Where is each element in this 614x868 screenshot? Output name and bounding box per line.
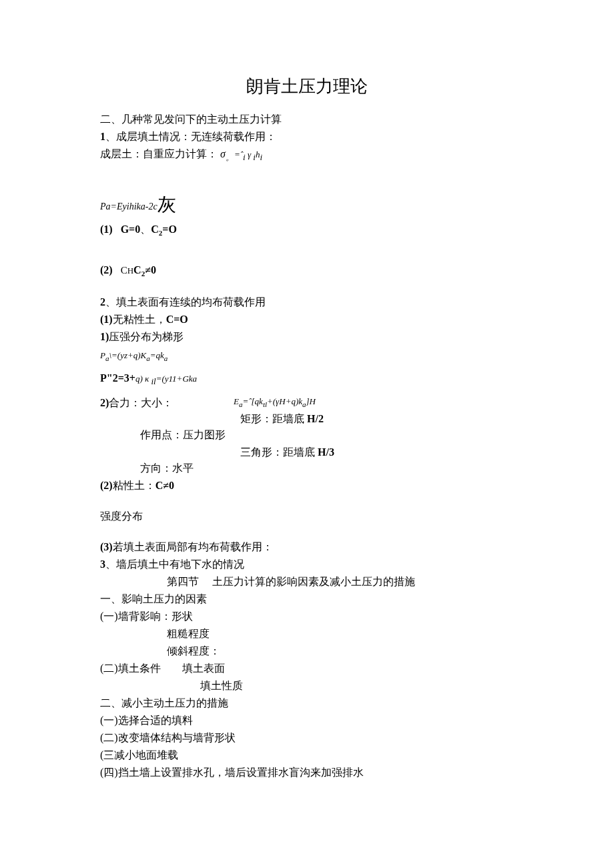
s4-1-1: (一)墙背影响：形状 — [100, 608, 514, 624]
txt: 无粘性土， — [113, 314, 166, 325]
sep: 、 — [140, 224, 151, 235]
formula-p2: P"2=3+q) κ il=(y11+Gka — [100, 370, 514, 388]
s4-1: 一、影响土压力的因素 — [100, 591, 514, 607]
s4-1-2: (二)填土条件 填土表面 — [100, 661, 514, 677]
dot: 。 — [226, 152, 234, 162]
txt: 、墙后填土中有地下水的情况 — [105, 558, 244, 570]
g0: G=0 — [121, 224, 141, 235]
txt: 成层土：自重应力计算： — [100, 148, 220, 159]
co: C=O — [166, 314, 188, 325]
n: 1) — [100, 331, 109, 342]
m1: =ˆ[qk — [242, 396, 262, 406]
sec: 第四节 — [167, 576, 199, 587]
ea-formula: Ea=ˆ[qktl+(γH+q)ka]H — [234, 395, 316, 411]
txt: 土压力计算的影响因素及减小土压力的措施 — [212, 576, 415, 587]
hui: 灰 — [158, 194, 176, 215]
n: (2) — [100, 264, 113, 276]
h: H — [127, 266, 133, 276]
gamma: γ — [246, 149, 254, 159]
n: (1) — [100, 224, 113, 235]
n: (1) — [100, 314, 113, 325]
txt: 若填土表面局部有均布荷载作用： — [113, 541, 273, 552]
item-2: 2、填土表面有连续的均布荷载作用 — [100, 294, 514, 310]
action-point: 作用点：压力图形 — [100, 427, 514, 443]
pa-eq: Pa=Eyihika-2c — [100, 201, 158, 211]
item-2-3: (3)若填土表面局部有均布荷载作用： — [100, 539, 514, 555]
ne0: ≠0 — [145, 264, 156, 276]
item-1-sub: 成层土：自重应力计算： σ。=ˆi γ ihi — [100, 146, 514, 164]
s4-1-2b: 填土性质 — [100, 678, 514, 694]
formula-pa: Pa=Eyihika-2c灰 — [100, 191, 514, 219]
txt: 、成层填土情况：无连续荷载作用： — [105, 131, 276, 142]
s4-1-1b: 粗糙程度 — [100, 626, 514, 642]
tri-row: 三角形：距墙底 H/3 — [100, 444, 514, 460]
s4-2-3: (三减小地面堆载 — [100, 747, 514, 763]
s4-2-1: (一)选择合适的填料 — [100, 713, 514, 729]
item-3: 3、墙后填土中有地下水的情况 — [100, 556, 514, 572]
s4-1-1c: 倾斜程度： — [100, 643, 514, 659]
i3: i — [260, 152, 262, 162]
rect-row: 矩形：距墙底 H/2 — [100, 411, 514, 427]
eo: =O — [162, 224, 177, 235]
case-2: (2) CHC2≠0 — [100, 262, 514, 280]
sigma: σ — [220, 148, 226, 159]
section-4-title: 第四节 土压力计算的影响因素及减小土压力的措施 — [100, 574, 514, 590]
txt: 合力：大小： — [109, 397, 173, 408]
txt: 、填土表面有连续的均布荷载作用 — [105, 296, 266, 308]
s4-2-4: (四)挡土墙上设置排水孔，墙后设置排水盲沟来加强排水 — [100, 765, 514, 781]
m3: ]H — [306, 396, 316, 406]
h2: H/2 — [307, 413, 324, 424]
a3: a — [164, 354, 168, 362]
direction: 方向：水平 — [100, 460, 514, 476]
case-1: (1) G=0、C2=O — [100, 222, 514, 239]
n: 2 — [100, 296, 105, 308]
n: 2) — [100, 397, 109, 408]
eq: = — [234, 149, 240, 159]
n: (2) — [100, 480, 113, 491]
p2: P"2=3+ — [100, 372, 135, 384]
il: il — [151, 376, 156, 386]
item-1: 1、成层填土情况：无连续荷载作用： — [100, 129, 514, 145]
resultant-row: 2)合力：大小： Ea=ˆ[qktl+(γH+q)ka]H — [100, 395, 514, 411]
item-2-2: (2)粘性土：C≠0 — [100, 478, 514, 494]
txt: 压强分布为梯形 — [109, 331, 184, 342]
strength-dist: 强度分布 — [100, 508, 514, 524]
txt: 矩形：距墙底 — [240, 413, 304, 424]
label: (二)填土条件 — [100, 663, 161, 674]
item-2-1: (1)无粘性土，C=O — [100, 312, 514, 328]
cne0: C≠0 — [156, 480, 174, 491]
c1: C — [121, 265, 127, 276]
num: 1 — [100, 131, 105, 142]
s4-2: 二、减小主动土压力的措施 — [100, 695, 514, 711]
formula-pa1: Pa\=(yz+q)Ka=qka — [100, 349, 514, 364]
c2: C — [133, 264, 141, 276]
qk: q) κ — [135, 374, 151, 384]
item-2-1-1: 1)压强分布为梯形 — [100, 329, 514, 345]
s4-2-2: (二)改变墙体结构与墙背形状 — [100, 730, 514, 746]
rest: =(y11+Gka — [156, 374, 197, 384]
txt: 三角形：距墙底 — [240, 446, 315, 458]
c: C — [151, 224, 159, 235]
val: 填土表面 — [182, 663, 225, 674]
page-title: 朗肯土压力理论 — [100, 73, 514, 99]
p: P — [100, 350, 105, 360]
n: (3) — [100, 541, 113, 552]
heading-2: 二、几种常见发问下的主动土压力计算 — [100, 111, 514, 127]
e: E — [234, 396, 239, 406]
txt: 粘性土： — [113, 480, 156, 491]
m2: +(γH+q)k — [267, 396, 302, 406]
mid: \=(yz+q)K — [109, 350, 146, 360]
n: 3 — [100, 558, 105, 570]
h3: H/3 — [318, 446, 334, 458]
eq2: =qk — [150, 350, 164, 360]
